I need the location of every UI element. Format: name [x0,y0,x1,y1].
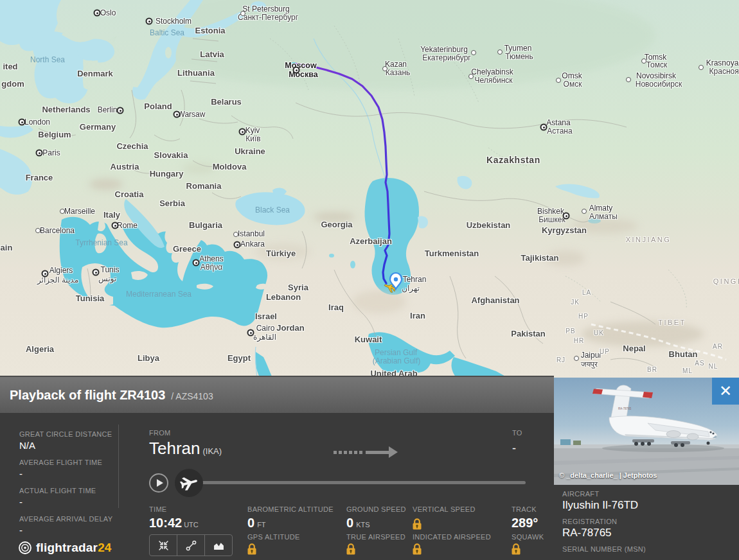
metric-value: 0 [346,516,353,530]
metric-label: BAROMETRIC ALTITUDE [247,505,334,513]
playback-title: Playback of flight ZR4103 [10,388,165,403]
aircraft-illustration: RA-78765 [554,378,739,485]
metric-label: INDICATED AIRSPEED [413,533,491,541]
msn-value: - [562,554,739,560]
metric-unit: KTS [356,521,370,530]
photo-credit: © _delta_charlie_ | Jetphotos [559,471,657,479]
metric-column: BAROMETRIC ALTITUDE0FTGPS ALTITUDE [247,505,334,555]
msn-label: SERIAL NUMBER (MSN) [562,545,739,553]
time-label: TIME [149,505,199,513]
stat-value: - [19,525,116,536]
lock-icon [346,543,355,555]
metric-label: VERTICAL SPEED [413,505,491,513]
lock-icon [413,543,422,555]
from-airport-code: (IKA) [203,446,222,456]
metric-column: TRACK289°SQUAWK [512,505,544,555]
route-arrow-icon [334,446,398,458]
metric-label: GPS ALTITUDE [247,533,334,541]
playback-slider-thumb[interactable] [175,469,203,497]
registration-label: REGISTRATION [562,518,739,525]
map-base [0,0,739,378]
lock-icon [512,543,521,555]
aircraft-info: AIRCRAFT Ilyushin Il-76TD REGISTRATION R… [554,485,739,560]
metric-label: SQUAWK [512,533,544,541]
stat-block: AVERAGE FLIGHT TIME- [19,459,116,479]
play-button[interactable] [149,473,168,493]
metric-label: GROUND SPEED [346,505,406,513]
registration-value: RA-78765 [562,527,739,539]
stat-label: GREAT CIRCLE DISTANCE [19,430,116,438]
altitude-chart-button[interactable] [205,535,232,556]
lock-icon [247,543,256,555]
aircraft-type: Ilyushin Il-76TD [562,499,739,512]
playback-toolbar [149,534,233,556]
stat-value: N/A [19,440,116,451]
aircraft-photo[interactable]: RA-78765 © _delta_charlie_ | Jetphotos [554,378,739,485]
logo-24: 24 [98,541,111,555]
route-to: TO - [512,429,522,455]
logo-text: flightradar [36,541,98,555]
time-block: TIME 10:42UTC [149,505,199,530]
stat-block: AVERAGE ARRIVAL DELAY- [19,515,116,536]
metric-column: VERTICAL SPEEDINDICATED AIRSPEED [413,505,491,555]
metric-value: 0 [247,516,254,530]
svg-text:RA-78765: RA-78765 [618,407,632,410]
metric-label: TRUE AIRSPEED [346,533,406,541]
time-value: 10:42 [149,516,182,530]
lock-icon [413,518,422,530]
to-label: TO [512,429,522,437]
playback-header: Playback of flight ZR4103 / AZS4103 [0,376,554,413]
aircraft-label: AIRCRAFT [562,490,739,498]
route-button[interactable] [177,535,205,556]
world-map[interactable]: OsloStockholmSt PetersburgСанкт-Петербур… [0,0,739,378]
route-from: FROM Tehran(IKA) [149,429,222,459]
to-city: - [512,442,522,455]
stat-block: ACTUAL FLIGHT TIME- [19,487,116,507]
stat-label: AVERAGE FLIGHT TIME [19,459,116,466]
stat-value: - [19,496,116,507]
playback-slider-track[interactable] [188,481,526,484]
collapse-button[interactable] [150,535,177,556]
play-icon [157,479,163,487]
metric-value: 289° [512,516,538,530]
collapse-icon [158,540,169,551]
metric-column: GROUND SPEED0KTSTRUE AIRSPEED [346,505,406,555]
route-icon [186,540,197,551]
flightradar24-playback-window: OsloStockholmSt PetersburgСанкт-Петербур… [0,0,739,560]
area-chart-icon [213,540,224,551]
divider [118,424,119,508]
stat-block: GREAT CIRCLE DISTANCEN/A [19,430,116,451]
stat-label: AVERAGE ARRIVAL DELAY [19,515,116,523]
airplane-icon [179,473,199,493]
radar-icon [18,541,32,555]
from-label: FROM [149,429,222,437]
from-city: Tehran [149,439,200,458]
time-unit: UTC [184,521,199,529]
playback-callsign: / AZS4103 [171,389,213,401]
flightradar24-logo[interactable]: flightradar24 [18,541,111,555]
metric-unit: FT [257,521,265,530]
close-button[interactable]: ✕ [712,378,739,405]
metric-label: TRACK [512,505,544,513]
stat-value: - [19,468,116,479]
stat-label: ACTUAL FLIGHT TIME [19,487,116,494]
flight-stats-sidebar: GREAT CIRCLE DISTANCEN/AAVERAGE FLIGHT T… [19,430,116,543]
